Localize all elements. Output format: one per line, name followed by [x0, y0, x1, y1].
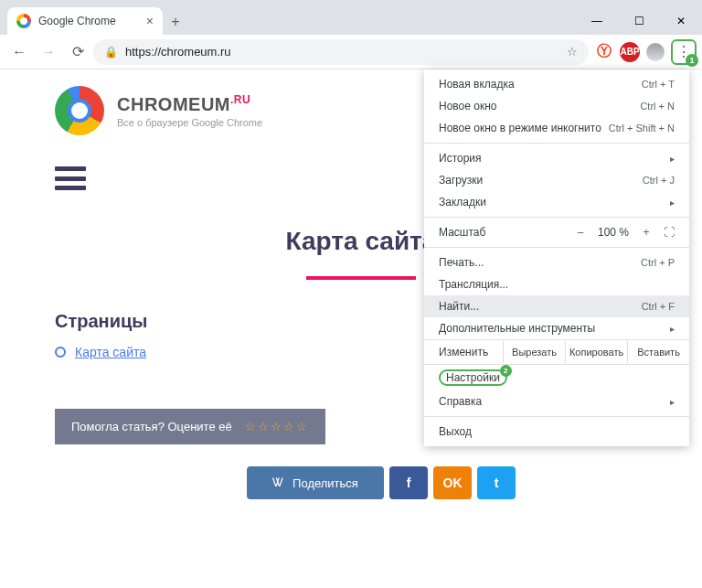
hamburger-menu-icon[interactable]	[55, 166, 86, 190]
menu-new-window[interactable]: Новое окноCtrl + N	[424, 95, 689, 117]
toolbar: ← → ⟳ 🔒 https://chromeum.ru ☆ Ⓨ ABP ⋮ 1	[0, 35, 702, 69]
menu-copy[interactable]: Копировать	[565, 341, 627, 363]
zoom-value: 100 %	[598, 226, 629, 239]
menu-downloads[interactable]: ЗагрузкиCtrl + J	[424, 169, 689, 191]
site-logo	[55, 86, 104, 135]
menu-edit-row: Изменить Вырезать Копировать Вставить	[424, 339, 689, 365]
chrome-menu-button[interactable]: ⋮ 1	[671, 39, 697, 65]
chrome-menu: Новая вкладкаCtrl + T Новое окноCtrl + N…	[424, 69, 689, 446]
lock-icon: 🔒	[104, 46, 118, 59]
menu-find[interactable]: Найти...Ctrl + F	[424, 295, 689, 317]
share-vk-button[interactable]: Ꮤ Поделиться	[247, 466, 384, 499]
menu-new-tab[interactable]: Новая вкладкаCtrl + T	[424, 73, 689, 95]
star-icon[interactable]: ☆	[567, 45, 578, 59]
annotation-step-2: 2	[500, 365, 512, 377]
share-twitter-button[interactable]: t	[477, 466, 516, 499]
menu-print[interactable]: Печать...Ctrl + P	[424, 251, 689, 273]
address-bar[interactable]: 🔒 https://chromeum.ru ☆	[93, 39, 589, 65]
new-tab-button[interactable]: +	[163, 9, 188, 35]
forward-button[interactable]: →	[35, 38, 62, 66]
zoom-out-button[interactable]: –	[572, 226, 589, 239]
annotation-step-1: 1	[686, 54, 698, 67]
rating-label: Помогла статья? Оцените её	[71, 420, 232, 433]
menu-help[interactable]: Справка▸	[424, 390, 689, 412]
menu-cut[interactable]: Вырезать	[503, 341, 565, 363]
menu-exit[interactable]: Выход	[424, 421, 689, 443]
menu-zoom: Масштаб – 100 % + ⛶	[424, 221, 689, 243]
share-label: Поделиться	[292, 476, 358, 490]
sitemap-link[interactable]: Карта сайта	[75, 345, 146, 359]
share-facebook-button[interactable]: f	[389, 466, 428, 499]
profile-avatar[interactable]	[642, 38, 669, 66]
zoom-in-button[interactable]: +	[638, 226, 654, 239]
close-button[interactable]: ✕	[660, 7, 702, 35]
rating-stars[interactable]: ☆☆☆☆☆	[245, 420, 309, 433]
back-button[interactable]: ←	[5, 38, 33, 66]
menu-paste[interactable]: Вставить	[627, 341, 689, 363]
share-ok-button[interactable]: OK	[433, 466, 472, 499]
minimize-button[interactable]: —	[576, 7, 618, 35]
chrome-favicon	[16, 14, 31, 28]
bullet-icon	[55, 347, 66, 358]
rating-box: Помогла статья? Оцените её ☆☆☆☆☆	[55, 409, 325, 444]
adblock-extension-icon[interactable]: ABP	[620, 42, 640, 62]
menu-cast[interactable]: Трансляция...	[424, 273, 689, 295]
browser-tab[interactable]: Google Chrome ×	[7, 7, 163, 35]
menu-history[interactable]: История▸	[424, 147, 689, 169]
site-subtitle: Все о браузере Google Chrome	[117, 117, 262, 128]
reload-button[interactable]: ⟳	[64, 38, 91, 66]
tab-title: Google Chrome	[38, 15, 116, 27]
site-title: CHROMEUM.RU	[117, 93, 262, 115]
heading-underline	[306, 276, 416, 280]
titlebar: Google Chrome × + — ☐ ✕	[0, 0, 702, 35]
window-controls: — ☐ ✕	[576, 7, 702, 35]
maximize-button[interactable]: ☐	[618, 7, 660, 35]
menu-incognito[interactable]: Новое окно в режиме инкогнитоCtrl + Shif…	[424, 117, 689, 139]
tab-close-icon[interactable]: ×	[146, 14, 154, 28]
fullscreen-button[interactable]: ⛶	[664, 226, 675, 239]
share-row: Ꮤ Поделиться f OK t	[247, 466, 667, 499]
menu-bookmarks[interactable]: Закладки▸	[424, 191, 689, 213]
vk-icon: Ꮤ	[272, 476, 283, 490]
url-text: https://chromeum.ru	[125, 45, 231, 59]
menu-more-tools[interactable]: Дополнительные инструменты▸	[424, 317, 689, 339]
menu-settings[interactable]: Настройки 2	[424, 365, 689, 390]
yandex-extension-icon[interactable]: Ⓨ	[590, 38, 618, 66]
